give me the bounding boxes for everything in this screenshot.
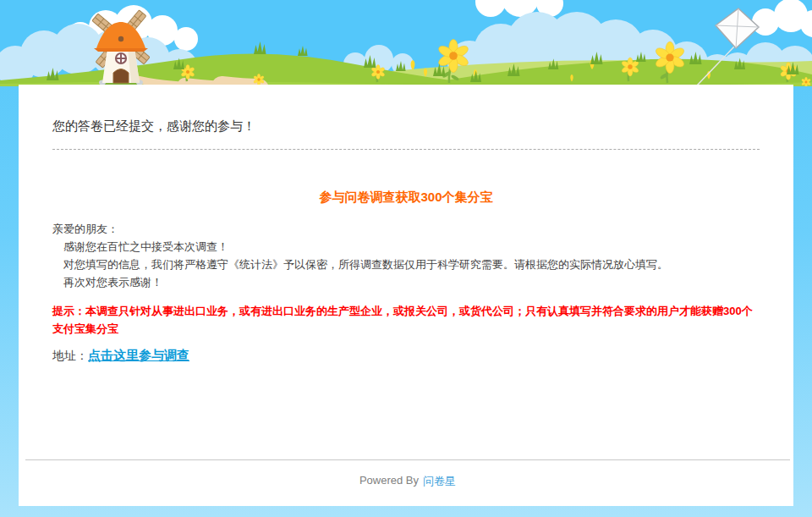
- address-label: 地址：: [52, 349, 88, 362]
- survey-participate-link[interactable]: 点击这里参与调查: [88, 348, 189, 362]
- windmill-window: [116, 53, 126, 63]
- greeting-line: 再次对您表示感谢！: [52, 273, 760, 291]
- powered-by-label: Powered By: [359, 474, 419, 487]
- survey-finish-page: { "colors": { "sky": "#54C7FA", "page_bo…: [0, 0, 812, 517]
- greeting-block: 亲爱的朋友： 感谢您在百忙之中接受本次调查！ 对您填写的信息，我们将严格遵守《统…: [52, 220, 760, 291]
- page-footer: Powered By 问卷星: [25, 459, 790, 506]
- brand-link[interactable]: 问卷星: [423, 474, 456, 489]
- header-illustration: [0, 0, 812, 86]
- greeting-line: 对您填写的信息，我们将严格遵守《统计法》予以保密，所得调查数据仅用于科学研究需要…: [52, 256, 760, 273]
- greeting-line: 感谢您在百忙之中接受本次调查！: [52, 238, 760, 256]
- tip-text: 提示：本调查只针对从事进出口业务，或有进出口业务的生产型企业，或报关公司，或货代…: [52, 302, 760, 338]
- greeting-line: 亲爱的朋友：: [52, 220, 760, 238]
- content-card: 您的答卷已经提交，感谢您的参与！ 参与问卷调查获取300个集分宝 亲爱的朋友： …: [19, 85, 793, 506]
- address-line: 地址：点击这里参与调查: [52, 348, 760, 364]
- windmill-door: [113, 69, 129, 84]
- submitted-message: 您的答卷已经提交，感谢您的参与！: [52, 85, 760, 135]
- dashed-divider: [52, 149, 760, 150]
- promo-title: 参与问卷调查获取300个集分宝: [52, 190, 760, 206]
